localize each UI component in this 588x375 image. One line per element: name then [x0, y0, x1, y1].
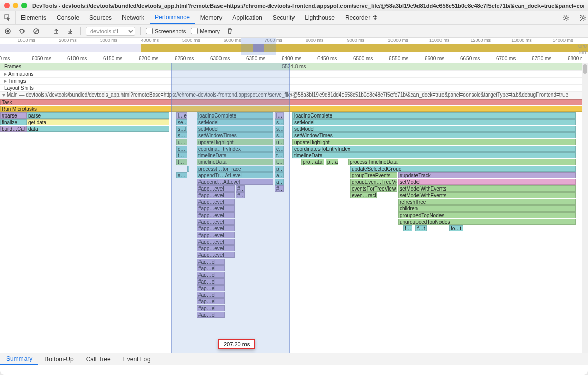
- flame-bar[interactable]: a…: [275, 172, 284, 178]
- flame-bar[interactable]: setModel: [197, 119, 273, 125]
- main-track-header[interactable]: Main — devtools://devtools/bundled/devto…: [0, 92, 588, 99]
- flame-bar[interactable]: s…: [275, 132, 284, 138]
- flame-bar[interactable]: f…t: [415, 225, 427, 231]
- flame-bar[interactable]: get data: [27, 119, 169, 125]
- flame-bar[interactable]: c…: [176, 146, 187, 152]
- tab-lighthouse[interactable]: Lighthouse: [300, 11, 340, 24]
- flame-bar[interactable]: #ap…el: [197, 292, 225, 298]
- flame-bar[interactable]: build…Calls: [0, 126, 27, 132]
- minimize-window-button[interactable]: [13, 3, 18, 8]
- flame-bar[interactable]: #ap…el: [197, 278, 225, 285]
- screenshots-checkbox[interactable]: Screenshots: [146, 28, 186, 34]
- flame-bar[interactable]: #…l: [236, 185, 245, 192]
- flame-bar[interactable]: #…: [275, 185, 284, 192]
- flame-bar[interactable]: grouppedTopNodes: [398, 212, 576, 218]
- frames-track[interactable]: Frames 5524.8 ms: [0, 63, 588, 71]
- flame-bar[interactable]: setModel: [197, 126, 273, 132]
- clear-button[interactable]: [32, 27, 41, 36]
- inspect-icon[interactable]: [0, 11, 16, 24]
- flame-bar[interactable]: #ap…el: [197, 305, 225, 311]
- flame-bar[interactable]: #app…evel: [197, 232, 235, 238]
- flame-bar[interactable]: t…: [176, 152, 187, 158]
- flame-bar[interactable]: u…: [176, 139, 187, 145]
- tab-memory[interactable]: Memory: [195, 11, 227, 24]
- flame-bar[interactable]: appendTr…AtLevel: [197, 172, 273, 178]
- flame-bar[interactable]: #app…evel: [197, 245, 235, 251]
- collect-garbage-button[interactable]: [225, 27, 234, 36]
- flame-bar[interactable]: a…: [176, 172, 187, 178]
- details-tab-summary[interactable]: Summary: [0, 353, 38, 365]
- flame-bar[interactable]: t…: [176, 159, 187, 165]
- flame-bar[interactable]: s…l: [176, 126, 187, 132]
- flame-bar[interactable]: #ap…el: [197, 298, 225, 304]
- flame-bar[interactable]: #app…evel: [197, 199, 235, 205]
- flame-bar[interactable]: a…: [275, 179, 284, 185]
- tab-recorder-[interactable]: Recorder ⚗: [340, 11, 383, 24]
- flame-bar[interactable]: t…: [275, 159, 284, 165]
- flame-bar[interactable]: eventsForTreeView: [350, 185, 397, 192]
- flame-bar[interactable]: updateSelectedGroup: [350, 166, 576, 172]
- reload-button[interactable]: [17, 27, 27, 36]
- flame-bar[interactable]: #app…evel: [197, 219, 235, 225]
- flame-bar[interactable]: updateHighlight: [197, 139, 273, 145]
- flame-bar[interactable]: #app…evel: [197, 252, 235, 258]
- flame-bar[interactable]: f…: [403, 225, 412, 231]
- vertical-scrollbar[interactable]: [582, 63, 588, 365]
- flame-bar[interactable]: #ap…el: [197, 285, 225, 291]
- flame-bar[interactable]: updateHighlight: [292, 139, 576, 145]
- tab-network[interactable]: Network: [117, 11, 150, 24]
- flame-bar[interactable]: s…: [275, 119, 284, 125]
- flame-bar[interactable]: p…: [275, 166, 284, 172]
- details-tab-event-log[interactable]: Event Log: [117, 353, 157, 365]
- settings-icon[interactable]: [558, 14, 574, 21]
- flame-bar[interactable]: #…l: [236, 192, 245, 198]
- save-profile-button[interactable]: [66, 27, 75, 36]
- flame-chart[interactable]: Frames 5524.8 ms Animations Timings Layo…: [0, 63, 588, 365]
- timings-track[interactable]: Timings: [0, 78, 588, 85]
- flame-bar[interactable]: Run Microtasks: [0, 106, 588, 112]
- timeline-overview[interactable]: 1000 ms2000 ms3000 ms4000 ms5000 ms6000 …: [0, 38, 588, 55]
- flame-bar[interactable]: setModel: [292, 126, 576, 132]
- flame-bar[interactable]: Task: [0, 99, 588, 105]
- tab-sources[interactable]: Sources: [84, 11, 117, 24]
- flame-bar[interactable]: p…a: [326, 159, 338, 165]
- animations-track[interactable]: Animations: [0, 71, 588, 78]
- flame-bar[interactable]: se…l: [176, 119, 187, 125]
- flame-bar[interactable]: processt…torTrace: [197, 166, 273, 172]
- flame-bar[interactable]: [187, 166, 189, 172]
- flame-bar[interactable]: l…e: [176, 112, 187, 119]
- flame-bar[interactable]: #ap…el: [197, 272, 225, 278]
- flame-bar[interactable]: even…rack: [350, 192, 377, 198]
- tab-console[interactable]: Console: [52, 11, 84, 24]
- flame-bar[interactable]: t…: [275, 152, 284, 158]
- flame-bar[interactable]: processTimelineData: [348, 159, 576, 165]
- flame-bar[interactable]: pro…ata: [301, 159, 324, 165]
- flame-bar[interactable]: timelineData: [197, 159, 273, 165]
- flame-bar[interactable]: coordinatesToEntryIndex: [292, 146, 576, 152]
- flame-bar[interactable]: #app…evel: [197, 192, 235, 198]
- flame-bar[interactable]: data: [27, 126, 169, 132]
- tab-application[interactable]: Application: [227, 11, 267, 24]
- flame-bar[interactable]: s…: [275, 126, 284, 132]
- flame-bar[interactable]: setWindowTimes: [197, 132, 273, 138]
- details-tab-bottom-up[interactable]: Bottom-Up: [38, 353, 80, 365]
- flame-bar[interactable]: loadingComplete: [197, 112, 273, 119]
- tab-security[interactable]: Security: [267, 11, 300, 24]
- flame-bar[interactable]: c…: [275, 146, 284, 152]
- flame-bar[interactable]: #parse: [0, 112, 27, 119]
- flame-bar[interactable]: fo…t: [449, 225, 463, 231]
- flame-bar[interactable]: ungrouppedTopNodes: [398, 219, 576, 225]
- flame-bar[interactable]: finalize: [0, 119, 27, 125]
- flame-bar[interactable]: loadingComplete: [292, 112, 576, 119]
- flame-bar[interactable]: #ap…el: [197, 259, 225, 265]
- flame-bar[interactable]: setWindowTimes: [292, 132, 576, 138]
- record-button[interactable]: [3, 27, 12, 36]
- close-window-button[interactable]: [4, 3, 10, 8]
- flame-bar[interactable]: setModel: [292, 119, 576, 125]
- flame-bar[interactable]: timelineData: [197, 152, 273, 158]
- flame-bar[interactable]: l…: [275, 112, 284, 119]
- load-profile-button[interactable]: [52, 27, 61, 36]
- flame-bar[interactable]: #app…evel: [197, 185, 235, 192]
- tab-elements[interactable]: Elements: [16, 11, 52, 24]
- flame-bar[interactable]: #app…evel: [197, 205, 235, 212]
